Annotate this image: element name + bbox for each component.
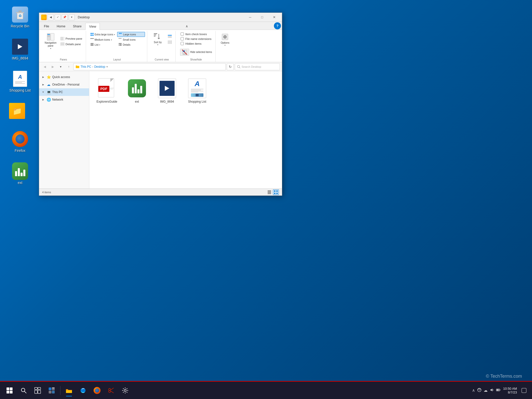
desktop-icon-shopping-list[interactable]: A Shopping List [8, 69, 33, 94]
search-bar[interactable]: Search Desktop [235, 63, 280, 70]
title-down-btn[interactable]: ▾ [69, 14, 75, 20]
extra-large-icons-btn[interactable]: Extra large icons ▸ [89, 32, 117, 37]
ribbon-current-view: Sort by ▾ Current view [148, 31, 176, 62]
show-hide-label: Show/hide [190, 58, 202, 61]
sidebar-item-network[interactable]: ▶ 🌐 Network [39, 96, 89, 103]
ribbon-options: Options ▾ [217, 31, 233, 62]
tab-home[interactable]: Home [53, 23, 69, 30]
file-item-explorersguide[interactable]: PDF ExplorersGuide [94, 76, 119, 105]
file-name-extensions-toggle[interactable]: File name extensions [180, 37, 212, 41]
svg-rect-31 [119, 44, 122, 45]
item-check-boxes-toggle[interactable]: Item check boxes [180, 32, 212, 36]
taskbar-settings-btn[interactable] [119, 384, 132, 397]
svg-rect-21 [92, 38, 92, 39]
list-btn[interactable]: List ▸ [89, 42, 117, 47]
small-icons-btn[interactable]: Small icons [117, 37, 145, 42]
sidebar-item-quick-access[interactable]: ▶ ⭐ Quick access [39, 73, 89, 81]
taskbar-sep1 [60, 386, 60, 395]
file-name-extensions-input[interactable] [181, 37, 184, 40]
cloud-icon[interactable]: ☁ [483, 387, 488, 393]
sort-by-btn[interactable]: Sort by ▾ [150, 32, 165, 47]
sidebar-item-onedrive[interactable]: ▶ ☁ OneDrive - Personal [39, 81, 89, 88]
chevron-up-icon[interactable]: ∧ [472, 387, 476, 393]
ext-file-label: ext [135, 100, 139, 103]
up-btn[interactable]: ↑ [65, 63, 72, 70]
options-btn[interactable]: Options ▾ [219, 32, 231, 47]
tab-share[interactable]: Share [69, 23, 86, 30]
this-pc-expand: ▼ [41, 90, 45, 94]
tab-view[interactable]: View [85, 23, 100, 30]
minimize-btn[interactable]: ─ [244, 13, 256, 22]
this-pc-label: This PC [52, 90, 63, 94]
svg-rect-57 [268, 191, 271, 192]
search-icon [237, 65, 241, 69]
task-view-btn[interactable] [31, 384, 44, 397]
sidebar-item-this-pc[interactable]: ▼ 💻 This PC [39, 88, 89, 96]
desktop-breadcrumb[interactable]: Desktop [94, 65, 105, 69]
medium-icons-btn[interactable]: Medium icons ▸ [89, 37, 117, 42]
taskbar-firefox-btn[interactable] [91, 384, 104, 397]
item-check-boxes-input[interactable] [181, 32, 184, 36]
desktop-icon-firefox[interactable]: Firefox [8, 129, 33, 154]
address-bar[interactable]: This PC › Desktop ▾ [73, 63, 226, 70]
details-pane-btn[interactable]: Details pane [59, 42, 84, 47]
list-view-btn[interactable] [266, 189, 272, 195]
taskbar-edge-btn[interactable] [77, 384, 90, 397]
system-clock[interactable]: 10:50 AM 8/7/23 [503, 387, 517, 394]
hide-selected-items-btn[interactable]: Hide selected items [179, 48, 213, 57]
svg-rect-56 [268, 190, 271, 191]
collapse-ribbon-btn[interactable]: ∧ [182, 23, 192, 30]
maximize-btn[interactable]: □ [256, 13, 268, 22]
file-item-ext[interactable]: ext [124, 76, 149, 105]
search-btn[interactable] [17, 384, 30, 397]
details-btn[interactable]: Details [117, 42, 145, 47]
list-label: List [95, 43, 99, 46]
sort-by-label: Sort by [154, 41, 162, 44]
view-extra-col [166, 34, 173, 45]
title-bar: ◀ ✓ 📌 ▾ Desktop ─ □ ✕ [39, 13, 282, 22]
title-check-btn[interactable]: ✓ [55, 14, 61, 20]
recent-locations-btn[interactable]: ▾ [57, 63, 64, 70]
desktop-icon-ext[interactable]: ext [8, 162, 33, 186]
desktop-icon-explorer[interactable]: 📁 [8, 101, 38, 122]
sidebar: ▶ ⭐ Quick access ▶ ☁ OneDrive - Personal… [39, 71, 89, 188]
taskbar-explorer-btn[interactable] [62, 384, 75, 397]
onedrive-expand: ▶ [41, 83, 45, 87]
notification-btn[interactable] [519, 385, 529, 395]
close-btn[interactable]: ✕ [268, 13, 280, 22]
network-icon[interactable] [477, 387, 482, 394]
battery-icon[interactable] [496, 387, 501, 394]
quick-access-btn[interactable]: ◀ [48, 14, 54, 20]
volume-icon[interactable] [489, 387, 495, 394]
add-columns-btn[interactable] [166, 40, 173, 45]
preview-pane-btn[interactable]: Preview pane [59, 36, 84, 41]
file-item-img8694[interactable]: IMG_8694 [155, 76, 180, 105]
svg-rect-6 [47, 34, 50, 35]
forward-btn[interactable]: ▶ [49, 63, 56, 70]
refresh-btn[interactable]: ↻ [227, 63, 234, 70]
taskbar-scissors-btn[interactable] [105, 384, 118, 397]
layout-label: Layout [113, 58, 121, 61]
desktop-icon-recycle-bin[interactable]: ♻ Recycle Bin [8, 5, 33, 30]
title-pin-btn[interactable]: 📌 [62, 14, 68, 20]
hidden-items-input[interactable] [181, 42, 184, 45]
this-pc-breadcrumb[interactable]: This PC [81, 65, 91, 69]
back-btn[interactable]: ◀ [41, 63, 48, 70]
details-pane-label: Details pane [65, 43, 81, 46]
widgets-btn[interactable] [45, 384, 58, 397]
icon-view-btn[interactable] [273, 189, 279, 195]
start-btn[interactable] [3, 384, 16, 397]
svg-rect-16 [92, 35, 94, 36]
svg-rect-11 [60, 42, 64, 45]
large-icons-btn[interactable]: Large icons [117, 32, 145, 37]
group-by-btn[interactable] [166, 34, 173, 39]
help-btn[interactable]: ? [274, 22, 281, 29]
navigation-pane-btn[interactable]: Navigationpane ▾ [43, 32, 58, 51]
desktop-icon-img8694[interactable]: IMG_8694 [8, 37, 33, 62]
tab-file[interactable]: File [40, 23, 53, 30]
ribbon-panes: Navigationpane ▾ Preview pane Details pa… [41, 31, 86, 62]
svg-rect-77 [49, 391, 51, 393]
shopping-list-label: Shopping List [10, 88, 31, 92]
file-item-shopping-list[interactable]: A Shop [185, 76, 210, 105]
hidden-items-toggle[interactable]: Hidden items [180, 41, 212, 46]
